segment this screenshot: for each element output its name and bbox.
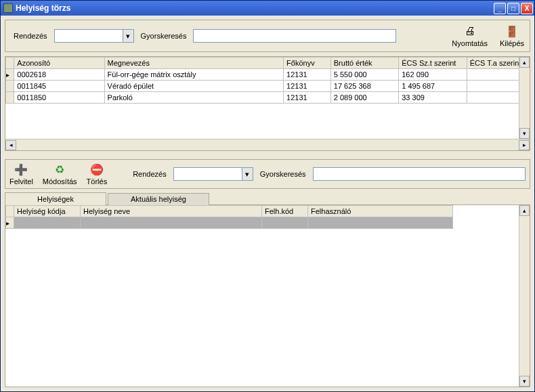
cell-gross: 5 550 000 xyxy=(330,69,398,81)
row-pointer-icon xyxy=(6,69,14,81)
splitter[interactable] xyxy=(5,154,530,156)
titlebar: Helyiség törzs _ □ X xyxy=(1,1,534,16)
scroll-up-icon[interactable]: ▴ xyxy=(519,57,530,68)
cell-gross: 2 089 000 xyxy=(330,92,398,104)
horizontal-scrollbar[interactable]: ◂ ▸ xyxy=(5,139,530,150)
delete-button[interactable]: ⛔ Törlés xyxy=(87,162,108,186)
lower-grid[interactable]: Helyiség kódja Helyiség neve Felh.kód Fe… xyxy=(5,204,530,387)
cell-depr-szt: 1 495 687 xyxy=(399,81,467,92)
cell-name: Véradó épület xyxy=(104,81,284,92)
table-row[interactable]: 0011845 Véradó épület 12131 17 625 368 1… xyxy=(6,81,530,92)
col-room-code[interactable]: Helyiség kódja xyxy=(14,206,81,217)
col-depr-szt[interactable]: ÉCS Sz.t szerint xyxy=(399,58,467,69)
table-row[interactable] xyxy=(6,217,530,229)
table-row[interactable]: 0011850 Parkoló 12131 2 089 000 33 309 xyxy=(6,92,530,104)
sort-combo[interactable]: ▾ xyxy=(54,29,134,43)
sort-label: Rendezés xyxy=(11,32,50,40)
add-button[interactable]: ➕ Felvitel xyxy=(9,162,33,186)
cell-ledger: 12131 xyxy=(284,92,331,104)
exit-icon: 🚪 xyxy=(505,24,519,38)
sort-combo-input[interactable] xyxy=(55,30,123,42)
printer-icon: 🖨 xyxy=(463,24,477,38)
scroll-right-icon[interactable]: ▸ xyxy=(519,140,530,150)
tab-current-room[interactable]: Aktuális helyiség xyxy=(108,193,209,206)
close-button[interactable]: X xyxy=(521,3,533,14)
window-title: Helyiség törzs xyxy=(16,3,70,13)
col-room-name[interactable]: Helyiség neve xyxy=(81,206,262,217)
exit-button[interactable]: 🚪 Kilépés xyxy=(500,24,524,47)
sort-label-2: Rendezés xyxy=(130,170,169,178)
cell-id: 0011850 xyxy=(14,92,104,104)
scroll-up-icon[interactable]: ▴ xyxy=(519,205,530,216)
cell-gross: 17 625 368 xyxy=(330,81,398,92)
app-icon xyxy=(3,3,13,13)
exit-button-label: Kilépés xyxy=(500,39,524,47)
quicksearch-input-2[interactable] xyxy=(314,168,525,180)
edit-button[interactable]: ♻ Módosítás xyxy=(43,162,77,186)
scroll-down-icon[interactable]: ▾ xyxy=(519,128,530,139)
maximize-button[interactable]: □ xyxy=(507,3,519,14)
col-ledger[interactable]: Főkönyv xyxy=(284,58,331,69)
cell-name: Parkoló xyxy=(104,92,284,104)
chevron-down-icon[interactable]: ▾ xyxy=(123,30,133,42)
minus-icon: ⛔ xyxy=(90,162,104,176)
cell-depr-szt: 33 309 xyxy=(399,92,467,104)
sort-combo-2[interactable]: ▾ xyxy=(173,167,253,181)
scroll-down-icon[interactable]: ▾ xyxy=(519,376,530,387)
cell-name: Fül-orr-gége mátrix osztály xyxy=(104,69,284,81)
col-user[interactable]: Felhasználó xyxy=(308,206,453,217)
cell-ledger: 12131 xyxy=(284,81,331,92)
chevron-down-icon[interactable]: ▾ xyxy=(242,168,253,180)
row-header-corner xyxy=(6,206,14,217)
cell-ledger: 12131 xyxy=(284,69,331,81)
cell-depr-szt: 162 090 xyxy=(399,69,467,81)
add-button-label: Felvitel xyxy=(9,177,33,186)
middle-toolbar: ➕ Felvitel ♻ Módosítás ⛔ Törlés Rendezés… xyxy=(5,159,530,189)
col-user-code[interactable]: Felh.kód xyxy=(262,206,308,217)
vertical-scrollbar[interactable]: ▴ ▾ xyxy=(519,205,530,387)
row-header-corner xyxy=(6,58,14,69)
recycle-icon: ♻ xyxy=(53,162,66,176)
quicksearch-input[interactable] xyxy=(194,30,395,42)
print-button[interactable]: 🖨 Nyomtatás xyxy=(452,24,488,47)
cell-id: 0011845 xyxy=(14,81,104,92)
upper-grid[interactable]: Azonosító Megnevezés Főkönyv Bruttó érté… xyxy=(5,56,530,151)
tab-strip: Helyiségek Aktuális helyiség xyxy=(5,192,530,204)
scroll-left-icon[interactable]: ◂ xyxy=(5,140,16,150)
print-button-label: Nyomtatás xyxy=(452,39,488,47)
table-row[interactable]: 0002618 Fül-orr-gége mátrix osztály 1213… xyxy=(6,69,530,81)
quicksearch-label: Gyorskeresés xyxy=(138,32,190,40)
quicksearch-label-2: Gyorskeresés xyxy=(257,170,309,178)
delete-button-label: Törlés xyxy=(87,177,108,186)
tab-rooms[interactable]: Helyiségek xyxy=(5,192,106,205)
col-id[interactable]: Azonosító xyxy=(14,58,104,69)
plus-icon: ➕ xyxy=(14,162,28,176)
minimize-button[interactable]: _ xyxy=(494,3,506,14)
row-pointer-icon xyxy=(6,217,14,229)
top-toolbar: Rendezés ▾ Gyorskeresés 🖨 Nyomtatás 🚪 Ki… xyxy=(5,20,530,52)
cell-id: 0002618 xyxy=(14,69,104,81)
edit-button-label: Módosítás xyxy=(43,177,77,186)
sort-combo-input-2[interactable] xyxy=(174,168,242,180)
vertical-scrollbar[interactable]: ▴ ▾ xyxy=(519,57,530,139)
col-name[interactable]: Megnevezés xyxy=(104,58,284,69)
col-gross[interactable]: Bruttó érték xyxy=(330,58,398,69)
